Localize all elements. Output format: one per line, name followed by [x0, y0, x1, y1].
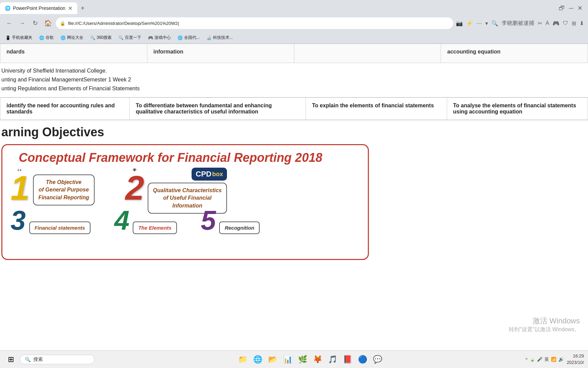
taskbar-edge[interactable]: 🌐 — [251, 353, 264, 366]
section-title-container: arning Objectives — [0, 120, 588, 143]
maximize-button[interactable]: ─ — [569, 5, 573, 12]
tab-favicon: 🌐 — [5, 5, 10, 11]
tray-leaf[interactable]: 🍃 — [529, 357, 535, 362]
start-button[interactable]: ⊞ — [4, 353, 18, 366]
tray-mic[interactable]: 🎤 — [537, 357, 542, 362]
taskbar-left: ⊞ 🔍 搜索 — [4, 353, 95, 366]
screenshot-icon[interactable]: 📷 — [456, 20, 463, 27]
table-header-row: ndards information accounting equation — [0, 44, 588, 63]
input-method[interactable]: 英 — [544, 356, 549, 363]
bookmark-baidu[interactable]: 🔍 百度一下 — [116, 34, 144, 41]
taskbar-search[interactable]: 🔍 搜索 — [20, 355, 95, 364]
home-button[interactable]: 🏠 — [43, 18, 53, 28]
volume-icon[interactable]: 🔊 — [558, 357, 564, 362]
download-icon[interactable]: ⬇ — [579, 20, 584, 27]
figure-1: 👀 1 The Objective of General Purpose Fin… — [11, 168, 95, 205]
char5-label: Recognition — [219, 221, 260, 234]
url-input-box[interactable]: 🔒 file:///C:/Users/Administrator/Desktop… — [56, 17, 453, 29]
university-text: University of Sheffield International Co… — [1, 66, 582, 75]
forward-button[interactable]: → — [17, 18, 27, 28]
taskbar-app4[interactable]: 💬 — [371, 353, 384, 366]
active-tab[interactable]: 🌐 PowerPoint Presentation ✕ — [0, 2, 77, 14]
bookmark-tech[interactable]: 🔬 科技技术... — [204, 34, 235, 41]
char3-number: 3 — [11, 207, 26, 234]
dropdown-icon[interactable]: ▾ — [485, 20, 488, 27]
windows-watermark: 激活 Windows 转到"设置"以激活 Windows。 — [509, 316, 580, 333]
browser-chrome: 🌐 PowerPoint Presentation ✕ + 🗗 ─ ✕ ← → … — [0, 0, 588, 44]
game-icon[interactable]: 🎮 — [553, 20, 559, 27]
bookmark-national[interactable]: 🌐 全国代... — [175, 34, 202, 41]
bookmark-web[interactable]: 🌐 网址大全 — [58, 34, 86, 41]
search-text: 李晓鹏被逮捕 — [502, 20, 534, 27]
char2-col: 👁️ 2 — [125, 168, 144, 203]
taskbar-explorer[interactable]: 📂 — [266, 353, 279, 366]
bookmark-game[interactable]: 🎮 游戏中心 — [145, 34, 174, 41]
taskbar-app3[interactable]: 🔵 — [356, 353, 369, 366]
new-tab-button[interactable]: + — [77, 3, 88, 14]
bookmark-mobile[interactable]: 📱 手机收藏夹 — [3, 34, 35, 41]
info-section: University of Sheffield International Co… — [0, 63, 588, 93]
char4-number: 4 — [114, 207, 130, 234]
search-label: 搜索 — [33, 356, 43, 363]
char2-number: 2 — [125, 172, 144, 203]
obj1-text: identify the need for accounting rules a… — [6, 103, 115, 114]
col2-header: information — [147, 44, 294, 63]
taskbar-excel[interactable]: 📊 — [281, 353, 294, 366]
char1-col: 👀 1 — [11, 168, 30, 203]
close-window-button[interactable]: ✕ — [577, 4, 583, 12]
tab-close-button[interactable]: ✕ — [68, 5, 72, 12]
toolbar-icons: 📷 ⚡ ⋯ ▾ 🔍 李晓鹏被逮捕 ✂ A 🎮 🛡 ⊞ ⬇ — [456, 20, 584, 27]
taskbar-powerpoint[interactable]: 📕 — [341, 353, 354, 366]
topic-text: unting Regulations and Elements of Finan… — [1, 84, 582, 93]
scissors-icon[interactable]: ✂ — [538, 20, 542, 27]
minimize-button[interactable]: 🗗 — [559, 5, 565, 12]
taskbar: ⊞ 🔍 搜索 📁 🌐 📂 📊 🌿 🦊 🎵 📕 🔵 💬 ^ 🍃 🎤 英 📶 🔊 1… — [0, 350, 588, 368]
char3-label: Financial statements — [29, 221, 91, 234]
cpd-title-area: Conceptual Framework for Financial Repor… — [2, 145, 368, 165]
shield-icon[interactable]: 🛡 — [563, 20, 568, 26]
more-icon[interactable]: ⋯ — [476, 20, 482, 27]
search-icon: 🔍 — [25, 357, 31, 362]
taskbar-app2[interactable]: 🎵 — [326, 353, 339, 366]
url-text: file:///C:/Users/Administrator/Desktop/S… — [68, 21, 449, 26]
taskbar-right: ^ 🍃 🎤 英 📶 🔊 16:29 2023/10/ — [525, 353, 584, 365]
figure-3: 3 Financial statements — [11, 207, 91, 234]
bookmarks-bar: 📱 手机收藏夹 🌐 谷歌 🌐 网址大全 🔍 360搜索 🔍 百度一下 🎮 游戏中… — [0, 32, 588, 44]
obj4-cell: To analyse the elements of financial sta… — [447, 97, 588, 120]
page-content: ndards information accounting equation U… — [0, 44, 588, 354]
obj3-text: To explain the elements of financial sta… — [312, 103, 434, 108]
back-button[interactable]: ← — [4, 18, 14, 28]
date-display: 2023/10/ — [567, 359, 584, 366]
cpd-image-area: Conceptual Framework for Financial Repor… — [1, 144, 369, 260]
obj1-cell: identify the need for accounting rules a… — [0, 97, 130, 120]
bookmark-360[interactable]: 🔍 360搜索 — [87, 34, 114, 41]
search-icon[interactable]: 🔍 — [491, 20, 498, 27]
taskbar-file-manager[interactable]: 📁 — [236, 353, 249, 366]
bookmark-google[interactable]: 🌐 谷歌 — [36, 34, 56, 41]
extension-icon[interactable]: ⚡ — [466, 20, 473, 27]
taskbar-browser[interactable]: 🦊 — [311, 353, 324, 366]
objectives-content-table: identify the need for accounting rules a… — [0, 97, 588, 120]
taskbar-center: 📁 🌐 📂 📊 🌿 🦊 🎵 📕 🔵 💬 — [97, 353, 523, 366]
time-display: 16:29 — [567, 353, 584, 359]
box1-label: The Objective of General Purpose Financi… — [33, 174, 95, 205]
translate-icon[interactable]: A — [545, 20, 549, 26]
obj4-text: To analyse the elements of financial sta… — [453, 103, 576, 114]
clock[interactable]: 16:29 2023/10/ — [567, 353, 584, 365]
grid-icon[interactable]: ⊞ — [572, 20, 576, 27]
wifi-icon[interactable]: 📶 — [551, 357, 556, 362]
tab-bar: 🌐 PowerPoint Presentation ✕ + 🗗 ─ ✕ — [0, 0, 588, 14]
char1-number: 1 — [11, 172, 30, 203]
course-text: unting and Financial ManagementSemester … — [1, 75, 582, 84]
obj2-cell: To differentiate between fundamental and… — [129, 97, 306, 120]
figure-4: 4 The Elements — [114, 207, 177, 234]
taskbar-app1[interactable]: 🌿 — [296, 353, 309, 366]
char4-label: The Elements — [133, 221, 177, 234]
tab-title: PowerPoint Presentation — [13, 5, 65, 11]
tray-arrow[interactable]: ^ — [525, 357, 527, 362]
cpd-title: Conceptual Framework for Financial Repor… — [11, 144, 330, 168]
figure-5: 5 Recognition — [201, 207, 260, 234]
refresh-button[interactable]: ↻ — [30, 18, 40, 28]
obj2-text: To differentiate between fundamental and… — [136, 103, 272, 114]
objectives-table-header: ndards information accounting equation — [0, 44, 588, 63]
